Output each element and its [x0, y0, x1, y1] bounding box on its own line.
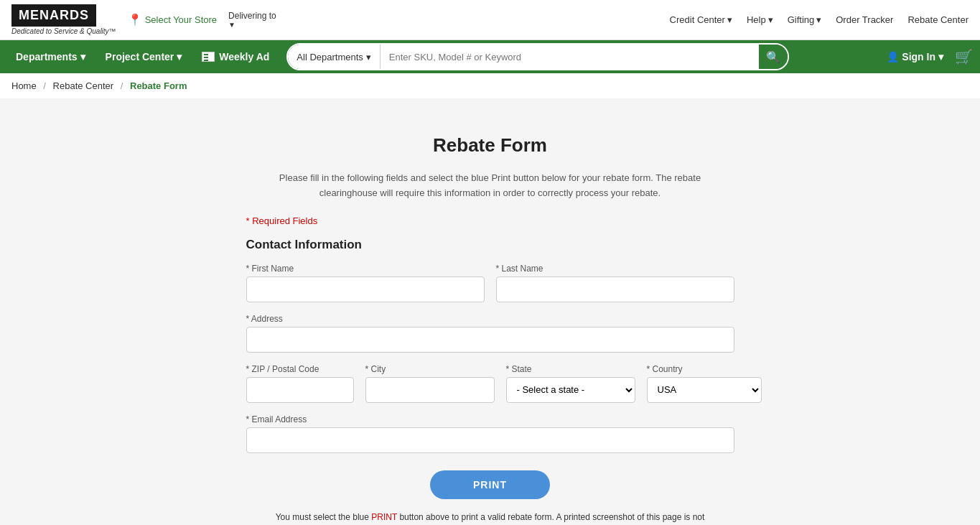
breadcrumb-separator-2: / [121, 80, 123, 91]
email-label: * Email Address [246, 414, 734, 424]
weekly-ad-icon [202, 52, 215, 62]
nav-right: 👤 Sign In ▾ 🛒 [881, 48, 973, 65]
location-icon: 📍 [128, 13, 142, 27]
breadcrumb-home[interactable]: Home [11, 80, 37, 91]
top-bar: MENARDS Dedicated to Service & Quality™ … [0, 0, 980, 40]
country-select[interactable]: USA [647, 377, 762, 403]
order-tracker-link[interactable]: Order Tracker [836, 14, 893, 25]
search-category-selector[interactable]: All Departments ▾ [288, 45, 380, 69]
credit-center-chevron: ▾ [727, 14, 732, 25]
first-name-label: * First Name [246, 264, 485, 274]
state-select[interactable]: - Select a state - ALAKAZAR CACOCTDE FLG… [506, 377, 635, 403]
project-center-nav[interactable]: Project Center ▾ [97, 40, 191, 73]
form-title: Rebate Form [246, 134, 734, 157]
country-label: * Country [647, 364, 762, 374]
email-row: * Email Address [246, 414, 734, 453]
logo-area: MENARDS Dedicated to Service & Quality™ [11, 4, 116, 35]
departments-nav[interactable]: Departments ▾ [7, 40, 94, 73]
logo-tagline: Dedicated to Service & Quality™ [11, 27, 116, 35]
search-input[interactable] [381, 45, 760, 69]
breadcrumb: Home / Rebate Center / Rebate Form [0, 73, 980, 98]
help-chevron: ▾ [768, 14, 773, 25]
print-button[interactable]: PRINT [430, 470, 550, 499]
last-name-input[interactable] [496, 277, 734, 302]
breadcrumb-current: Rebate Form [130, 80, 187, 91]
user-icon: 👤 [887, 51, 899, 62]
email-input[interactable] [246, 427, 734, 453]
print-note-emphasis: PRINT [371, 512, 397, 522]
first-name-group: * First Name [246, 264, 485, 302]
address-label: * Address [246, 314, 734, 324]
delivering-label: Delivering to [228, 11, 276, 21]
credit-center-link[interactable]: Credit Center ▾ [670, 14, 732, 25]
country-group: * Country USA [647, 364, 762, 403]
nav-bar: Departments ▾ Project Center ▾ Weekly Ad… [0, 40, 980, 73]
zip-label: * ZIP / Postal Code [246, 364, 354, 374]
top-bar-right: Credit Center ▾ Help ▾ Gifting ▾ Order T… [670, 14, 969, 25]
last-name-group: * Last Name [496, 264, 734, 302]
address-group: * Address [246, 314, 734, 353]
delivering-section[interactable]: Delivering to ▼ [228, 11, 276, 29]
project-center-chevron: ▾ [177, 51, 182, 62]
address-row: * Address [246, 314, 734, 353]
weekly-ad-label: Weekly Ad [219, 51, 269, 62]
search-bar: All Departments ▾ 🔍 [286, 43, 789, 70]
address-input[interactable] [246, 327, 734, 353]
project-center-label: Project Center [106, 51, 174, 62]
form-card: Rebate Form Please fill in the following… [218, 113, 763, 525]
sign-in-label: Sign In [902, 51, 935, 62]
print-note: You must select the blue PRINT button ab… [275, 511, 706, 525]
departments-chevron: ▾ [80, 51, 85, 62]
sign-in-button[interactable]: 👤 Sign In ▾ [881, 51, 949, 62]
zip-input[interactable] [246, 377, 354, 403]
zip-group: * ZIP / Postal Code [246, 364, 354, 403]
help-link[interactable]: Help ▾ [747, 14, 773, 25]
top-bar-left: MENARDS Dedicated to Service & Quality™ … [11, 4, 276, 35]
rebate-center-link[interactable]: Rebate Center [907, 14, 969, 25]
contact-section-title: Contact Information [246, 238, 734, 252]
state-label: * State [506, 364, 635, 374]
email-group: * Email Address [246, 414, 734, 453]
location-row: * ZIP / Postal Code * City * State - Sel… [246, 364, 734, 403]
main-content: Rebate Form Please fill in the following… [0, 98, 980, 525]
name-row: * First Name * Last Name [246, 264, 734, 302]
city-label: * City [365, 364, 495, 374]
form-description: Please fill in the following fields and … [275, 171, 706, 201]
required-note: * Required Fields [246, 215, 734, 226]
last-name-label: * Last Name [496, 264, 734, 274]
gifting-link[interactable]: Gifting ▾ [788, 14, 822, 25]
departments-label: Departments [16, 51, 78, 62]
search-category-label: All Departments [297, 52, 363, 62]
search-category-chevron: ▾ [366, 52, 371, 62]
sign-in-chevron: ▾ [938, 51, 943, 62]
city-input[interactable] [365, 377, 495, 403]
gifting-chevron: ▾ [816, 14, 821, 25]
breadcrumb-rebate-center[interactable]: Rebate Center [53, 80, 114, 91]
search-icon: 🔍 [766, 50, 780, 64]
state-group: * State - Select a state - ALAKAZAR CACO… [506, 364, 635, 403]
city-group: * City [365, 364, 495, 403]
cart-button[interactable]: 🛒 [955, 48, 973, 65]
menards-logo: MENARDS [11, 4, 96, 27]
breadcrumb-separator-1: / [43, 80, 46, 91]
store-select-label: Select Your Store [145, 14, 217, 25]
search-button[interactable]: 🔍 [759, 45, 788, 69]
delivering-chevron: ▼ [228, 21, 276, 29]
store-select-link[interactable]: 📍 Select Your Store [128, 13, 217, 27]
first-name-input[interactable] [246, 277, 485, 302]
weekly-ad-nav[interactable]: Weekly Ad [193, 40, 278, 73]
